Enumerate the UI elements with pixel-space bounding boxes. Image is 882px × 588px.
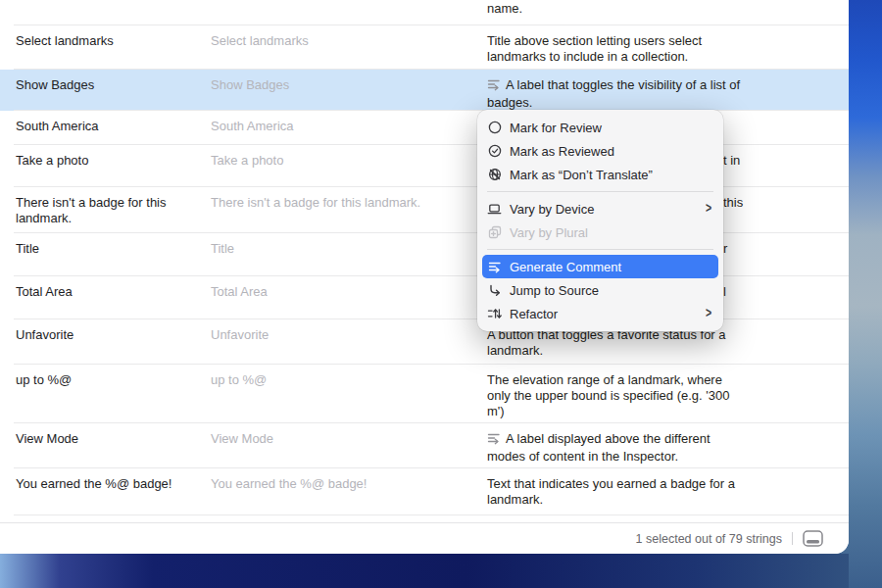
desktop-wallpaper-bottom (0, 554, 849, 588)
row-key (0, 0, 192, 1)
row-comment: name. (468, 0, 849, 17)
table-row[interactable]: up to %@ up to %@ The elevation range of… (0, 365, 849, 423)
row-key: View Mode (0, 423, 192, 447)
row-default-value: Unfavorite (192, 319, 468, 343)
menu-item-refactor[interactable]: Refactor > (477, 302, 723, 325)
menu-item-vary-by-plural[interactable]: Vary by Plural (477, 220, 723, 244)
generated-comment-icon (487, 78, 501, 95)
globe-slash-icon (486, 168, 503, 181)
table-row[interactable]: Select landmarks Select landmarks Title … (0, 25, 849, 70)
row-comment: Text that indicates you earned a badge f… (468, 468, 849, 508)
row-default-value: Total Area (192, 276, 468, 300)
row-key: up to %@ (0, 365, 192, 388)
row-key: Total Area (0, 276, 192, 300)
row-comment: A label displayed above the different mo… (468, 423, 849, 465)
plural-icon (486, 225, 503, 239)
row-key: Title (0, 233, 192, 257)
menu-separator (487, 249, 713, 250)
table-row-selected[interactable]: Show Badges Show Badges A label that tog… (0, 70, 849, 111)
menu-item-vary-by-device[interactable]: Vary by Device > (477, 197, 723, 220)
submenu-chevron-icon: > (706, 200, 711, 216)
menu-item-mark-as-reviewed[interactable]: Mark as Reviewed (477, 139, 723, 163)
submenu-chevron-icon: > (706, 305, 711, 320)
row-default-value (192, 0, 468, 1)
table-row[interactable]: View Mode View Mode A label displayed ab… (0, 423, 849, 468)
menu-separator (487, 191, 713, 192)
menu-item-jump-to-source[interactable]: Jump to Source (477, 278, 723, 302)
row-default-value: South America (192, 111, 468, 134)
row-key: South America (0, 111, 192, 134)
row-comment: A label that toggles the visibility of a… (468, 70, 849, 111)
row-default-value: Select landmarks (192, 25, 468, 49)
row-key: Select landmarks (0, 25, 192, 49)
menu-item-mark-for-review[interactable]: Mark for Review (477, 116, 723, 139)
selection-count-label: 1 selected out of 79 strings (636, 532, 782, 546)
row-default-value: Title (192, 233, 468, 257)
row-default-value: Show Badges (192, 70, 468, 93)
row-key: There isn't a badge for this landmark. (0, 187, 192, 226)
row-key: You earned the %@ badge! (0, 468, 192, 492)
generated-comment-icon (487, 432, 501, 449)
jump-arrow-icon (486, 284, 503, 297)
toggle-editor-panel-button[interactable] (803, 530, 823, 547)
table-row[interactable]: name. (0, 0, 849, 25)
seal-icon (486, 121, 503, 134)
status-divider (792, 532, 793, 545)
row-comment: The elevation range of a landmark, where… (468, 365, 849, 419)
row-default-value: up to %@ (192, 365, 468, 388)
device-icon (486, 203, 503, 216)
checkmark-seal-icon (486, 144, 503, 158)
generate-comment-icon (486, 261, 503, 273)
context-menu: Mark for Review Mark as Reviewed Mark as… (477, 110, 723, 331)
table-row[interactable]: You earned the %@ badge! You earned the … (0, 468, 849, 515)
row-key: Unfavorite (0, 319, 192, 343)
row-default-value: Take a photo (192, 145, 468, 169)
row-default-value: You earned the %@ badge! (192, 468, 468, 492)
row-key: Show Badges (0, 70, 192, 93)
row-comment: Title above section letting users select… (468, 25, 849, 65)
row-default-value: View Mode (192, 423, 468, 447)
refactor-icon (486, 307, 503, 320)
menu-item-generate-comment[interactable]: Generate Comment (482, 255, 718, 278)
status-bar: 1 selected out of 79 strings (0, 522, 849, 554)
row-key: Take a photo (0, 145, 192, 169)
menu-item-mark-dont-translate[interactable]: Mark as “Don’t Translate” (477, 163, 723, 186)
row-default-value: There isn't a badge for this landmark. (192, 187, 468, 211)
